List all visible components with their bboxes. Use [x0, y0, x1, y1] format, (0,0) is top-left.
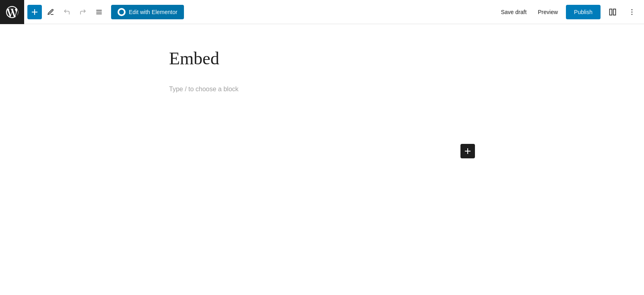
- svg-rect-4: [613, 9, 616, 15]
- editor-wrapper: Embed Type / to choose a block: [153, 48, 491, 93]
- wp-logo: [0, 0, 24, 24]
- redo-button[interactable]: [76, 5, 90, 19]
- toolbar: Edit with Elementor Save draft Preview P…: [0, 0, 644, 24]
- preview-button[interactable]: Preview: [535, 6, 561, 18]
- content-area: Embed Type / to choose a block: [0, 24, 644, 295]
- tools-button[interactable]: [43, 5, 58, 19]
- svg-point-5: [632, 9, 633, 10]
- page-title[interactable]: Embed: [169, 48, 475, 70]
- edit-elementor-label: Edit with Elementor: [129, 9, 178, 15]
- toolbar-left: Edit with Elementor: [27, 5, 497, 19]
- svg-rect-3: [610, 9, 612, 15]
- add-block-button[interactable]: [27, 5, 42, 19]
- publish-button[interactable]: Publish: [566, 5, 601, 19]
- block-placeholder[interactable]: Type / to choose a block: [169, 86, 475, 93]
- list-view-button[interactable]: [92, 5, 106, 19]
- svg-point-6: [632, 11, 633, 12]
- elementor-icon: [118, 8, 126, 16]
- add-block-floating-button[interactable]: [460, 144, 475, 158]
- undo-button[interactable]: [60, 5, 74, 19]
- more-options-button[interactable]: [625, 5, 639, 19]
- edit-with-elementor-button[interactable]: Edit with Elementor: [111, 5, 184, 19]
- toolbar-right: Save draft Preview Publish: [497, 5, 639, 19]
- view-toggle-button[interactable]: [605, 5, 620, 19]
- save-draft-button[interactable]: Save draft: [497, 6, 530, 18]
- svg-point-7: [632, 14, 633, 15]
